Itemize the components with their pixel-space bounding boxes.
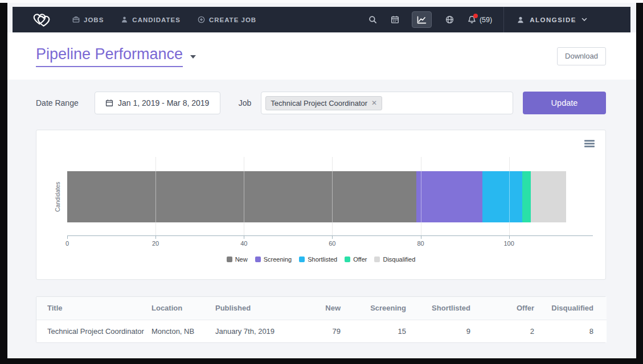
axis-tick-label: 20: [144, 240, 167, 247]
legend-swatch: [345, 257, 350, 262]
date-range-input[interactable]: Jan 1, 2019 - Mar 8, 2019: [95, 92, 220, 114]
axis-tick-label: 80: [409, 240, 432, 247]
bar-gridline-overlay: [509, 171, 510, 222]
cell-title: Technical Project Coordinator: [36, 320, 148, 342]
globe-icon[interactable]: [445, 15, 454, 24]
chevron-down-icon: [190, 55, 196, 59]
person-icon: [121, 16, 128, 23]
nav-item-create-job[interactable]: CREATE JOB: [198, 16, 256, 23]
account-menu[interactable]: ALONGSIDE: [517, 16, 587, 24]
axis-tick: [244, 236, 244, 239]
bar-segment-shortlisted: [482, 171, 522, 222]
bar-segment-screening: [416, 171, 482, 222]
cell-published: January 7th, 2019: [210, 320, 308, 342]
y-axis-title: Candidates: [54, 181, 61, 212]
window-frame: JOBS CANDIDATES: [0, 3, 643, 364]
date-range-value: Jan 1, 2019 - Mar 8, 2019: [118, 98, 209, 107]
bar-gridline-overlay: [155, 171, 156, 222]
legend-item-screening[interactable]: Screening: [255, 256, 292, 263]
plus-circle-icon: [198, 16, 205, 23]
results-table-card: Title Location Published New Screening S…: [36, 296, 606, 343]
screenshot-stage: JOBS CANDIDATES: [0, 0, 643, 364]
notification-count: (59): [480, 16, 492, 24]
cell-shortlisted: 9: [406, 320, 470, 342]
column-header-disqualified: Disqualified: [534, 297, 607, 320]
column-header-new: New: [308, 297, 341, 320]
nav-zone: JOBS CANDIDATES: [7, 3, 636, 32]
cell-screening: 15: [341, 320, 406, 342]
bar-gridline-overlay: [421, 171, 421, 222]
legend-item-new[interactable]: New: [227, 256, 248, 263]
column-header-title: Title: [36, 297, 148, 320]
axis-tick: [421, 236, 421, 239]
legend-item-shortlisted[interactable]: Shortlisted: [299, 256, 337, 263]
axis-tick-label: 60: [321, 240, 343, 247]
bell-icon: [468, 15, 476, 24]
job-label: Job: [239, 98, 252, 107]
cell-offer: 2: [470, 320, 534, 342]
bar-gridline-overlay: [244, 171, 244, 222]
axis-tick-label: 40: [232, 240, 255, 247]
nav-item-jobs[interactable]: JOBS: [72, 16, 104, 23]
calendar-icon: [105, 99, 113, 107]
column-header-location: Location: [148, 297, 210, 320]
axis-tick-label: 100: [498, 240, 521, 247]
brand-logo-hearts-icon[interactable]: [31, 11, 52, 28]
analytics-chart-icon[interactable]: [412, 11, 432, 28]
job-select-input[interactable]: Technical Project Coordinator ✕: [261, 92, 513, 114]
legend-label: Disqualified: [383, 256, 415, 263]
calendar-icon[interactable]: [391, 15, 399, 24]
nav-right: (59) ALONGSIDE: [355, 7, 630, 32]
axis-tick: [332, 236, 333, 239]
legend-swatch: [299, 257, 305, 262]
bar-gridline-overlay: [332, 171, 333, 222]
column-header-offer: Offer: [470, 297, 534, 320]
chart-menu-icon[interactable]: [584, 140, 595, 148]
nav-item-label: JOBS: [84, 16, 104, 23]
legend-item-disqualified[interactable]: Disqualified: [374, 256, 415, 263]
page-title: Pipeline Performance: [36, 46, 183, 67]
report-selector[interactable]: Pipeline Performance: [36, 46, 196, 67]
bar-segment-disqualified: [531, 171, 566, 222]
legend-label: New: [235, 256, 248, 263]
chart-legend: NewScreeningShortlistedOfferDisqualified: [36, 256, 605, 263]
user-icon: [517, 16, 525, 24]
bar-segment-offer: [522, 171, 531, 222]
column-header-screening: Screening: [341, 297, 406, 320]
notifications-button[interactable]: (59): [468, 15, 492, 24]
job-tag-label: Technical Project Coordinator: [271, 99, 367, 107]
axis-tick: [509, 236, 510, 239]
page-header: Pipeline Performance Download: [7, 32, 636, 80]
table-row: Technical Project Coordinator Moncton, N…: [36, 320, 607, 342]
search-icon[interactable]: [368, 15, 377, 24]
notification-dot: [473, 14, 478, 18]
legend-swatch: [227, 257, 232, 262]
table-header-row: Title Location Published New Screening S…: [36, 297, 607, 320]
chevron-down-icon: [581, 18, 587, 22]
legend-swatch: [374, 257, 380, 262]
column-header-published: Published: [210, 297, 308, 320]
update-button[interactable]: Update: [523, 92, 606, 114]
download-button[interactable]: Download: [557, 47, 606, 65]
x-axis-line: [67, 235, 593, 236]
legend-item-offer[interactable]: Offer: [345, 256, 367, 263]
cell-disqualified: 8: [534, 320, 607, 342]
job-tag: Technical Project Coordinator ✕: [265, 96, 382, 110]
nav-divider: [503, 7, 504, 32]
results-table: Title Location Published New Screening S…: [36, 297, 607, 342]
cell-location: Moncton, NB: [148, 320, 210, 342]
axis-tick-label: 0: [56, 240, 79, 247]
nav-item-candidates[interactable]: CANDIDATES: [121, 16, 181, 23]
legend-swatch: [255, 257, 261, 262]
close-icon[interactable]: ✕: [371, 100, 377, 106]
stacked-bar: [67, 171, 566, 222]
filter-row: Date Range Jan 1, 2019 - Mar 8, 2019 Job…: [36, 92, 606, 114]
briefcase-icon: [72, 16, 80, 23]
nav-item-label: CANDIDATES: [132, 16, 181, 23]
pipeline-chart-card: Candidates 020406080100 NewScreeningShor…: [36, 130, 606, 280]
nav-item-label: CREATE JOB: [209, 16, 256, 23]
content-area: Date Range Jan 1, 2019 - Mar 8, 2019 Job…: [7, 80, 636, 358]
legend-label: Shortlisted: [308, 256, 337, 263]
top-navbar: JOBS CANDIDATES: [13, 7, 630, 32]
date-range-label: Date Range: [36, 98, 79, 107]
